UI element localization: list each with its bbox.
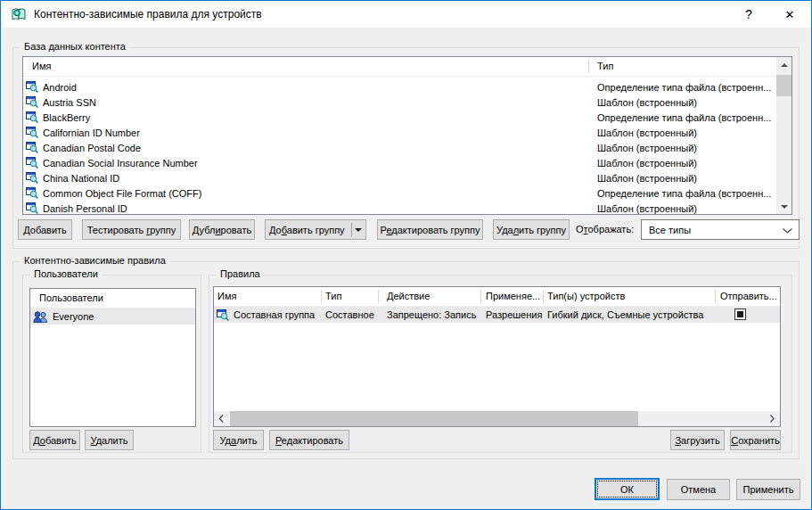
- column-header-rule-name[interactable]: Имя: [217, 291, 236, 301]
- content-name: Canadian Postal Code: [43, 143, 141, 153]
- content-name: Austria SSN: [43, 97, 96, 108]
- column-separator[interactable]: [480, 290, 481, 303]
- ok-button[interactable]: ОК: [595, 478, 660, 500]
- send-checkbox[interactable]: [734, 308, 746, 320]
- titlebar[interactable]: Контентно-зависимые правила для устройст…: [1, 1, 811, 28]
- rules-list-header: Имя Тип Действие Применяе... Тип(ы) устр…: [214, 287, 780, 307]
- rules-edit-button[interactable]: Редактировать: [269, 430, 349, 450]
- rules-group-label: Правила: [217, 268, 264, 279]
- column-header-send[interactable]: Отправить...: [720, 291, 777, 301]
- user-row[interactable]: Everyone: [30, 308, 195, 325]
- content-aware-rules-group-label: Контентно-зависимые правила: [21, 255, 169, 266]
- content-row[interactable]: BlackBerry Определение типа файла (встро…: [23, 110, 791, 125]
- content-row[interactable]: China National ID Шаблон (встроенный): [23, 170, 791, 185]
- rules-list[interactable]: Имя Тип Действие Применяе... Тип(ы) устр…: [213, 286, 781, 427]
- content-type: Определение типа файла (встроенн...: [597, 82, 771, 93]
- content-name: Danish Personal ID: [43, 203, 127, 214]
- display-filter-label: Отображать:: [576, 224, 634, 234]
- content-row[interactable]: Californian ID Number Шаблон (встроенный…: [23, 125, 791, 140]
- scroll-left-icon[interactable]: [214, 411, 229, 426]
- rule-action: Запрещено: Запись: [387, 309, 476, 320]
- duplicate-button[interactable]: Дублировать: [189, 219, 255, 240]
- rule-row[interactable]: Составная группа Составное Запрещено: За…: [214, 307, 780, 323]
- content-row[interactable]: Canadian Postal Code Шаблон (встроенный): [23, 140, 791, 155]
- cancel-button[interactable]: Отмена: [667, 479, 730, 500]
- content-name: Common Object File Format (COFF): [43, 188, 201, 199]
- rules-delete-button[interactable]: Удалить: [213, 430, 264, 450]
- content-name: Android: [43, 82, 77, 93]
- content-list-vscrollbar[interactable]: [776, 57, 791, 214]
- scroll-down-icon[interactable]: [776, 199, 791, 214]
- content-entry-icon: [26, 127, 38, 138]
- rules-load-button[interactable]: Загрузить: [670, 430, 725, 450]
- chevron-down-icon: [783, 228, 792, 234]
- rules-list-hscrollbar[interactable]: [214, 411, 780, 426]
- content-row[interactable]: Common Object File Format (COFF) Определ…: [23, 185, 791, 201]
- content-type: Шаблон (встроенный): [597, 173, 697, 184]
- scroll-up-icon[interactable]: [776, 57, 791, 72]
- content-list-header: Имя Тип: [23, 57, 791, 77]
- dropdown-arrow-icon: [355, 228, 362, 232]
- column-header-name[interactable]: Имя: [32, 61, 51, 71]
- content-entry-icon: [26, 202, 38, 214]
- add-group-dropdown-button[interactable]: Добавить группу: [265, 219, 366, 240]
- column-separator[interactable]: [543, 290, 544, 303]
- content-entry-icon: [26, 157, 38, 169]
- content-entry-icon: [26, 142, 38, 153]
- content-type: Определение типа файла (встроенн...: [597, 112, 771, 123]
- column-separator[interactable]: [378, 290, 379, 303]
- content-name: China National ID: [43, 173, 119, 184]
- help-button[interactable]: ?: [734, 1, 763, 28]
- rule-type: Составное: [325, 309, 374, 320]
- content-row[interactable]: Austria SSN Шаблон (встроенный): [23, 95, 791, 110]
- users-icon: [33, 311, 48, 323]
- device-content-rules-dialog: Контентно-зависимые правила для устройст…: [0, 0, 812, 510]
- rule-devices: Гибкий диск, Съемные устройства: [547, 309, 703, 320]
- delete-group-button[interactable]: Удалить группу: [493, 219, 570, 240]
- users-add-button[interactable]: Добавить: [29, 430, 80, 450]
- column-header-rule-type[interactable]: Тип: [325, 291, 341, 301]
- window-title: Контентно-зависимые правила для устройст…: [34, 8, 262, 21]
- column-header-users[interactable]: Пользователи: [39, 292, 103, 303]
- content-entry-icon: [26, 96, 38, 108]
- column-header-action[interactable]: Действие: [387, 291, 430, 301]
- users-group-label: Пользователи: [30, 268, 102, 279]
- column-header-device-types[interactable]: Тип(ы) устройств: [547, 291, 625, 301]
- scrollbar-thumb[interactable]: [230, 411, 638, 426]
- content-entry-icon: [26, 172, 38, 184]
- column-separator[interactable]: [321, 290, 322, 303]
- test-group-button[interactable]: Тестировать группу: [82, 219, 181, 240]
- scroll-right-icon[interactable]: [765, 411, 780, 426]
- combobox-value: Все типы: [649, 225, 691, 235]
- edit-group-button[interactable]: Редактировать группу: [377, 219, 483, 240]
- column-header-type[interactable]: Тип: [597, 61, 613, 71]
- column-header-applies[interactable]: Применяе...: [486, 291, 540, 301]
- content-row[interactable]: Danish Personal ID Шаблон (встроенный): [23, 201, 791, 215]
- content-type: Определение типа файла (встроенн...: [597, 188, 771, 199]
- content-entry-icon: [26, 111, 38, 123]
- content-type: Шаблон (встроенный): [597, 203, 697, 214]
- content-type: Шаблон (встроенный): [597, 143, 697, 153]
- column-separator[interactable]: [588, 60, 589, 73]
- content-name: Californian ID Number: [43, 128, 140, 138]
- rule-name: Составная группа: [234, 309, 315, 320]
- content-type: Шаблон (встроенный): [597, 128, 697, 138]
- users-delete-button[interactable]: Удалить: [85, 430, 134, 450]
- content-row[interactable]: Android Определение типа файла (встроенн…: [23, 79, 791, 95]
- users-list-header: Пользователи: [30, 289, 195, 308]
- display-filter-combobox[interactable]: Все типы: [641, 219, 800, 240]
- content-name: Canadian Social Insurance Number: [43, 158, 198, 169]
- content-database-list[interactable]: Имя Тип Android Определение типа файла (…: [22, 56, 792, 215]
- content-name: BlackBerry: [43, 112, 90, 123]
- scrollbar-thumb[interactable]: [776, 75, 791, 96]
- rules-save-button[interactable]: Сохранить: [730, 430, 781, 450]
- content-row[interactable]: Canadian Social Insurance Number Шаблон …: [23, 155, 791, 170]
- users-list[interactable]: Пользователи Everyone: [29, 288, 196, 427]
- content-entry-icon: [26, 187, 38, 199]
- column-separator[interactable]: [715, 290, 716, 303]
- close-button[interactable]: ✕: [775, 1, 804, 28]
- add-button[interactable]: Добавить: [18, 219, 72, 240]
- content-entry-icon: [26, 81, 38, 93]
- apply-button[interactable]: Применить: [736, 479, 800, 500]
- rule-applies: Разрешения: [486, 309, 542, 320]
